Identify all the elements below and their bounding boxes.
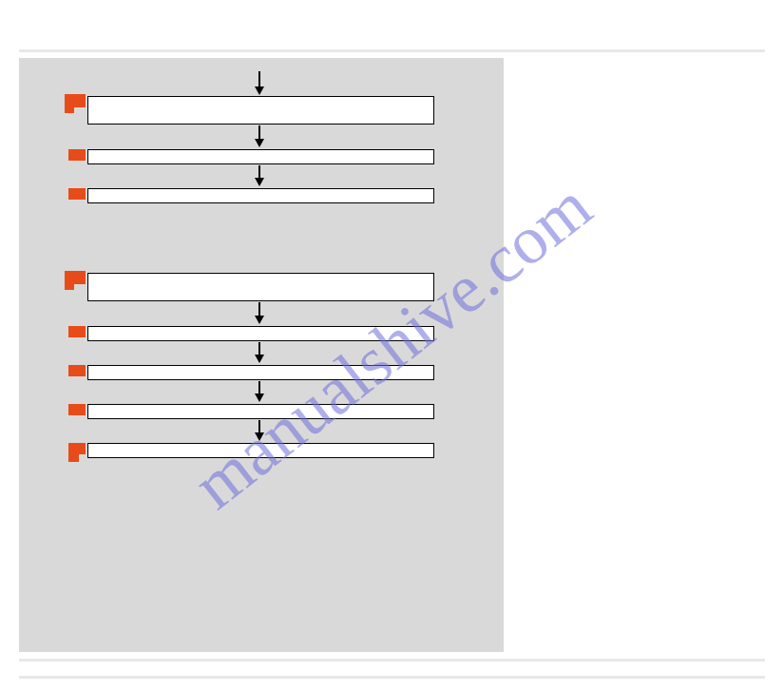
step-marker-icon <box>68 149 86 161</box>
flowchart-step <box>87 443 434 458</box>
arrow-down-icon <box>255 125 264 147</box>
divider-top <box>19 49 765 52</box>
arrow-down-icon <box>255 420 264 441</box>
step-marker-icon <box>68 404 86 415</box>
arrow-down-icon <box>255 342 264 363</box>
step-marker-icon <box>68 447 79 462</box>
divider-bottom-1 <box>19 659 765 662</box>
step-marker-icon <box>65 271 74 290</box>
flowchart-step <box>87 273 434 301</box>
flowchart-step <box>87 188 434 203</box>
arrow-down-icon <box>255 302 264 324</box>
flowchart-step <box>87 326 434 341</box>
diagram-panel <box>19 58 504 652</box>
flowchart-step <box>87 404 434 419</box>
divider-bottom-2 <box>19 676 765 679</box>
step-marker-icon <box>65 94 74 113</box>
arrow-down-icon <box>255 165 264 186</box>
flowchart-step <box>87 365 434 380</box>
step-marker-icon <box>68 365 86 376</box>
step-marker-icon <box>68 188 86 200</box>
arrow-down-icon <box>255 381 264 402</box>
flowchart-step <box>87 149 434 164</box>
flowchart-step <box>87 96 434 125</box>
step-marker-icon <box>68 326 86 337</box>
arrow-down-icon <box>255 71 264 95</box>
